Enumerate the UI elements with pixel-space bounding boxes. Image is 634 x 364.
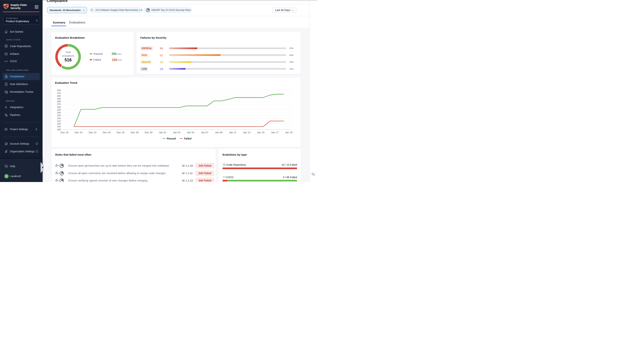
- svg-text:Jan 09: Jan 09: [215, 131, 222, 134]
- svg-text:Dec 26: Dec 26: [117, 131, 125, 134]
- svg-text:Passed: Passed: [167, 137, 176, 140]
- svg-text:Jan 19: Jan 19: [285, 131, 292, 134]
- svg-text:210: 210: [57, 120, 61, 122]
- svg-text:230: 230: [57, 114, 61, 117]
- svg-text:CIS: CIS: [56, 165, 59, 166]
- svg-text:Dec 20: Dec 20: [75, 131, 83, 134]
- svg-text:Jan 03: Jan 03: [173, 131, 180, 134]
- svg-text:Jan 05: Jan 05: [187, 131, 194, 134]
- svg-text:270: 270: [57, 103, 61, 106]
- svg-text:CIS: CIS: [56, 172, 59, 174]
- svg-text:200: 200: [57, 122, 61, 125]
- svg-text:190: 190: [57, 125, 61, 128]
- svg-text:180: 180: [57, 128, 61, 131]
- svg-text:Failed: Failed: [184, 137, 191, 140]
- svg-text:Jan 13: Jan 13: [243, 131, 250, 134]
- svg-text:320: 320: [57, 89, 61, 92]
- svg-text:220: 220: [57, 117, 61, 120]
- svg-text:?: ?: [6, 165, 6, 166]
- svg-text:Jan 07: Jan 07: [201, 131, 208, 134]
- svg-text:300: 300: [57, 94, 61, 97]
- svg-text:260: 260: [57, 106, 61, 108]
- svg-text:290: 290: [57, 97, 61, 100]
- svg-text:Jan 15: Jan 15: [257, 131, 264, 134]
- svg-text:240: 240: [57, 111, 61, 114]
- svg-text:Jan 11: Jan 11: [229, 131, 236, 134]
- svg-text:Jan 17: Jan 17: [271, 131, 278, 134]
- svg-text:Dec 24: Dec 24: [103, 131, 110, 134]
- svg-text:Dec 30: Dec 30: [145, 131, 153, 134]
- svg-text:Dec 22: Dec 22: [89, 131, 97, 134]
- svg-text:310: 310: [57, 92, 61, 94]
- svg-text:250: 250: [57, 108, 61, 111]
- svg-text:280: 280: [57, 100, 61, 103]
- svg-text:CIS: CIS: [92, 10, 94, 11]
- svg-text:Jan 01: Jan 01: [159, 131, 166, 134]
- svg-text:CIS: CIS: [56, 180, 59, 182]
- svg-text:Dec 18: Dec 18: [61, 131, 68, 134]
- svg-text:Dec 28: Dec 28: [131, 131, 139, 134]
